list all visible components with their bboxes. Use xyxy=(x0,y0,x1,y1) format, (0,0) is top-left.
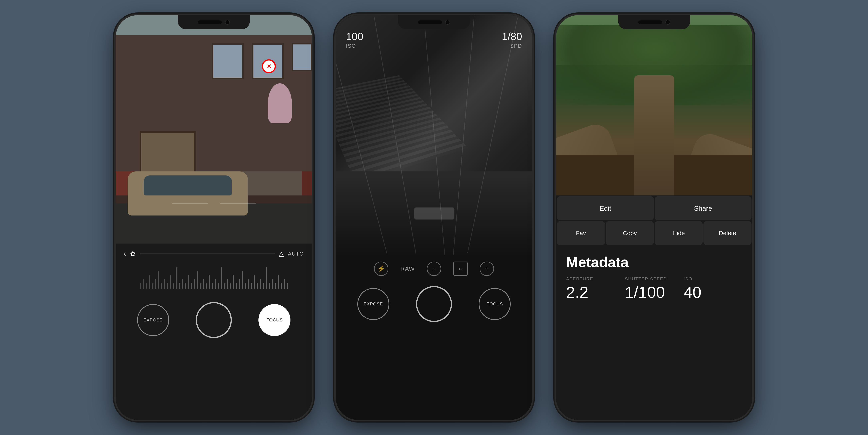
front-camera-2 xyxy=(445,20,450,25)
phone-2: 100 ISO 1/80 SPD ⚡ RAW ○ □ ⊹ EXPOSE xyxy=(336,15,532,420)
speaker-3 xyxy=(638,21,662,24)
metadata-section: Metadata APERTURE 2.2 SHUTTER SPEED 1/10… xyxy=(556,246,752,420)
phone-1-photo xyxy=(116,15,312,243)
car xyxy=(128,171,248,215)
phone-2-notch xyxy=(398,15,470,29)
spd-display: 1/80 SPD xyxy=(502,31,522,49)
window-3 xyxy=(292,43,312,71)
fav-button[interactable]: Fav xyxy=(557,221,605,245)
building-grid xyxy=(336,15,532,256)
tree-trunk xyxy=(634,75,674,196)
phone-1-notch xyxy=(178,15,250,29)
shutter-value: 1/100 xyxy=(625,283,683,301)
action-row-2: Fav Copy Hide Delete xyxy=(556,221,752,246)
phone-1-screen: ‹ ✿ △ AUTO xyxy=(116,15,312,420)
p2-shutter-button[interactable] xyxy=(416,286,452,322)
phone-2-screen: 100 ISO 1/80 SPD ⚡ RAW ○ □ ⊹ EXPOSE xyxy=(336,15,532,420)
share-button[interactable]: Share xyxy=(655,196,751,220)
iso-value: 100 xyxy=(346,31,363,42)
camera-buttons: EXPOSE FOCUS xyxy=(124,298,304,342)
iso-col: ISO 40 xyxy=(684,277,742,301)
focus-button[interactable]: FOCUS xyxy=(258,304,290,336)
speaker xyxy=(198,21,222,24)
window-1 xyxy=(212,43,244,79)
phone-3-controls: Edit Share Fav Copy Hide Delete xyxy=(556,196,752,420)
iso-label-3: ISO xyxy=(684,277,742,282)
action-row-1: Edit Share xyxy=(556,196,752,221)
front-camera xyxy=(225,20,230,25)
speaker-2 xyxy=(418,21,442,24)
hide-button[interactable]: Hide xyxy=(655,221,703,245)
shutter-label: SHUTTER SPEED xyxy=(625,277,683,282)
shutter-button[interactable] xyxy=(196,302,232,338)
camera-icons-row: ⚡ RAW ○ □ ⊹ xyxy=(374,260,494,278)
phone-3-notch xyxy=(618,15,690,29)
spd-label: SPD xyxy=(502,43,522,49)
shutter-mode-icon[interactable]: ○ xyxy=(427,262,441,276)
focus-line-right xyxy=(220,203,256,203)
auto-label: AUTO xyxy=(288,251,304,257)
phone-3-screen: Edit Share Fav Copy Hide Delete xyxy=(556,15,752,420)
dial-ticks xyxy=(140,267,288,289)
raw-toggle[interactable]: RAW xyxy=(400,265,415,272)
back-button[interactable]: ‹ xyxy=(124,250,126,258)
front-camera-3 xyxy=(665,20,670,25)
car-window xyxy=(144,175,232,196)
phone-3-photo xyxy=(556,15,752,196)
iso-label: ISO xyxy=(346,43,363,49)
focus-slider[interactable] xyxy=(140,254,275,254)
edit-button[interactable]: Edit xyxy=(557,196,654,220)
aperture-col: APERTURE 2.2 xyxy=(566,277,625,301)
timer-icon[interactable]: ⊹ xyxy=(479,262,494,276)
phone-1-controls: ‹ ✿ △ AUTO xyxy=(116,243,312,420)
iso-value-3: 40 xyxy=(684,283,742,301)
focus-lines xyxy=(116,203,312,203)
p2-camera-buttons: EXPOSE FOCUS xyxy=(344,282,524,326)
focus-mode-icon: ✿ xyxy=(130,250,135,258)
p2-expose-button[interactable]: EXPOSE xyxy=(357,288,390,320)
flowers xyxy=(268,83,292,123)
no-entry-sign xyxy=(262,59,276,73)
copy-button[interactable]: Copy xyxy=(606,221,654,245)
format-icon[interactable]: □ xyxy=(453,262,468,276)
spd-value: 1/80 xyxy=(502,31,522,42)
focus-dial[interactable] xyxy=(124,262,304,294)
aperture-value: 2.2 xyxy=(566,283,625,301)
aperture-label: APERTURE xyxy=(566,277,625,282)
windows xyxy=(212,43,312,79)
delete-button[interactable]: Delete xyxy=(704,221,751,245)
expose-button[interactable]: EXPOSE xyxy=(137,304,169,336)
p2-focus-button[interactable]: FOCUS xyxy=(478,288,511,320)
phone-2-photo: 100 ISO 1/80 SPD xyxy=(336,15,532,256)
metadata-title: Metadata xyxy=(566,254,742,270)
top-controls: ‹ ✿ △ AUTO xyxy=(124,250,304,258)
camera-hud: 100 ISO 1/80 SPD xyxy=(336,31,532,49)
phone-2-controls: ⚡ RAW ○ □ ⊹ EXPOSE FOCUS xyxy=(336,256,532,420)
flash-icon[interactable]: ⚡ xyxy=(374,262,389,276)
phone-1: ‹ ✿ △ AUTO xyxy=(116,15,312,420)
metadata-fields: APERTURE 2.2 SHUTTER SPEED 1/100 ISO 40 xyxy=(566,277,742,301)
mountain-icon: △ xyxy=(279,250,284,258)
phone-3: Edit Share Fav Copy Hide Delete xyxy=(556,15,752,420)
focus-line-left xyxy=(172,203,208,203)
iso-display: 100 ISO xyxy=(346,31,363,49)
shutter-col: SHUTTER SPEED 1/100 xyxy=(625,277,683,301)
